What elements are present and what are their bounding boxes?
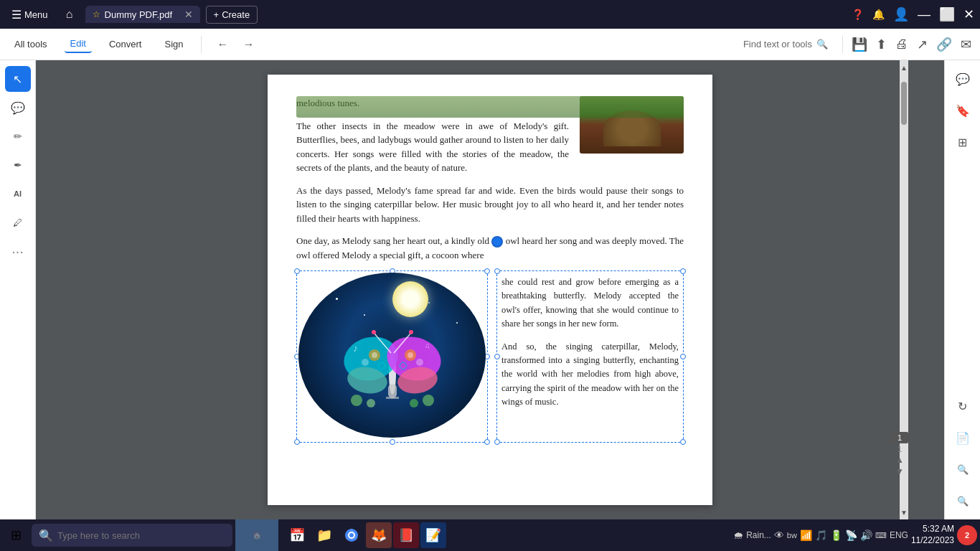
chat-panel-button[interactable]: 💬	[950, 66, 976, 92]
text-handle-bl[interactable]	[494, 439, 500, 445]
scroll-up-button[interactable]: ▲	[900, 60, 908, 75]
signature-tool[interactable]: ✒	[5, 152, 31, 178]
selection-handle-bl[interactable]	[294, 439, 300, 445]
zoom-in-button[interactable]: 🔍	[950, 456, 976, 482]
notification-badge[interactable]: 2	[957, 525, 977, 545]
close-window-button[interactable]: ✕	[963, 6, 974, 22]
bottom-panel-buttons: ↻ 📄 🔍 🔍	[950, 393, 976, 514]
avatar-icon[interactable]: 👤	[893, 6, 909, 22]
mail-icon[interactable]: ✉	[961, 37, 971, 52]
taskbar-app-browser[interactable]: 🦊	[366, 522, 392, 548]
toolbar-nav: ← →	[213, 34, 259, 55]
edit-button[interactable]: Edit	[65, 35, 92, 53]
document-info-button[interactable]: 📄	[950, 425, 976, 451]
scroll-thumb[interactable]	[901, 82, 907, 125]
text-handle-tr[interactable]	[680, 268, 686, 274]
print-icon[interactable]: 🖨	[895, 37, 908, 52]
menu-button[interactable]: ☰ Menu	[6, 5, 54, 24]
page-up-arrow[interactable]: ▲	[895, 455, 904, 465]
taskbar-thumbnail[interactable]: 🏠	[235, 519, 278, 551]
sign-button[interactable]: Sign	[159, 36, 189, 52]
minimize-button[interactable]: —	[918, 7, 930, 22]
selection-handle-tr[interactable]	[484, 268, 490, 274]
tab-close-icon[interactable]: ✕	[184, 9, 193, 20]
tree-stump-image	[580, 96, 684, 154]
hamburger-icon: ☰	[11, 8, 22, 22]
taskbar-clock[interactable]: 5:32 AM 11/22/2023	[911, 524, 954, 546]
search-box[interactable]: Find text or tools 🔍	[738, 36, 834, 52]
comment-tool[interactable]: 💬	[5, 95, 31, 121]
toolbar-divider-2	[842, 36, 843, 53]
volume-icon[interactable]: 🔊	[860, 529, 872, 541]
battery-icon[interactable]: 🔋	[830, 529, 842, 541]
taskbar-app-calendar[interactable]: 📅	[284, 522, 310, 548]
taskbar-search-icon: 🔍	[39, 529, 53, 542]
stamp-tool[interactable]: 🖊	[5, 209, 31, 235]
taskbar-app-chrome[interactable]	[339, 522, 364, 548]
text-handle-br[interactable]	[680, 439, 686, 445]
taskbar-search-input[interactable]	[57, 530, 225, 541]
grid-panel-button[interactable]: ⊞	[950, 129, 976, 155]
window-controls: ❓ 🔔 👤 — ⬜ ✕	[852, 6, 974, 22]
toolbar-icons: 💾 ⬆ 🖨 ↗ 🔗 ✉	[852, 37, 971, 52]
help-icon[interactable]: ❓	[852, 9, 864, 20]
svg-point-20	[367, 399, 375, 408]
music-icon[interactable]: 🎵	[815, 529, 827, 541]
page-number-area: 1 1 ▲ ▼	[891, 432, 908, 476]
page-number-box: 1	[891, 432, 908, 443]
keyboard-icon[interactable]: ⌨	[875, 531, 887, 540]
weather-icon: 🌧	[733, 529, 743, 541]
notification-icon[interactable]: 🔔	[872, 9, 885, 20]
start-button[interactable]: ⊞	[3, 522, 29, 548]
pdf-viewer-area[interactable]: melodious tunes. The other insects in th…	[36, 60, 944, 519]
star-icon: ☆	[93, 9, 100, 19]
share-icon[interactable]: ↗	[917, 37, 928, 52]
main-toolbar: All tools Edit Convert Sign ← → Find tex…	[0, 29, 980, 60]
svg-point-22	[410, 399, 418, 408]
refresh-button[interactable]: ↻	[950, 393, 976, 419]
svg-point-25	[349, 533, 354, 537]
more-tools-button[interactable]: ···	[5, 238, 31, 264]
eye-icon[interactable]: 👁	[774, 529, 784, 541]
forward-button[interactable]: →	[239, 34, 259, 55]
create-button[interactable]: + Create	[206, 6, 258, 24]
selection-handle-br[interactable]	[484, 439, 490, 445]
tab-dummy-pdf[interactable]: ☆ Dummy PDF.pdf ✕	[85, 6, 200, 23]
page-down-arrow[interactable]: ▼	[895, 466, 904, 476]
link-icon[interactable]: 🔗	[936, 37, 952, 52]
menu-label: Menu	[24, 9, 48, 20]
left-sidebar: ↖ 💬 ✏ ✒ AI 🖊 ···	[0, 60, 36, 519]
home-button[interactable]: ⌂	[60, 4, 80, 24]
title-bar: ☰ Menu ⌂ ☆ Dummy PDF.pdf ✕ + Create ❓ 🔔 …	[0, 0, 980, 29]
cursor-tool[interactable]: ↖	[5, 66, 31, 92]
selection-handle-tl[interactable]	[294, 268, 300, 274]
home-icon: ⌂	[66, 8, 73, 21]
create-label: Create	[222, 9, 250, 20]
taskbar-app-adobe[interactable]: 📕	[393, 522, 419, 548]
zoom-out-button[interactable]: 🔍	[950, 488, 976, 514]
bookmark-panel-button[interactable]: 🔖	[950, 98, 976, 123]
scroll-down-button[interactable]: ▼	[900, 505, 908, 519]
convert-button[interactable]: Convert	[103, 36, 148, 52]
butterfly-svg: ♪ ♫	[335, 294, 450, 409]
pen-tool[interactable]: ✏	[5, 123, 31, 149]
text-handle-tl[interactable]	[494, 268, 500, 274]
text-handle-ml[interactable]	[494, 354, 500, 359]
taskbar: ⊞ 🔍 🏠 📅 📁 🦊 📕 📝 🌧 Rain... 👁 bw 📶	[0, 519, 980, 551]
back-button[interactable]: ←	[213, 34, 233, 55]
butterfly-illustration: ♪ ♫	[298, 273, 486, 438]
save-icon[interactable]: 💾	[852, 37, 867, 52]
selection-handle-bm[interactable]	[390, 439, 395, 445]
taskbar-search-box[interactable]: 🔍	[32, 524, 232, 547]
upload-icon[interactable]: ⬆	[876, 37, 887, 52]
taskbar-app-explorer[interactable]: 📁	[311, 522, 337, 548]
bw-icon[interactable]: bw	[787, 531, 797, 540]
all-tools-button[interactable]: All tools	[9, 36, 53, 52]
text-handle-mr[interactable]	[680, 354, 686, 359]
maximize-button[interactable]: ⬜	[939, 6, 955, 22]
taskbar-app-word[interactable]: 📝	[420, 522, 446, 548]
bluetooth-icon[interactable]: 📶	[800, 529, 812, 541]
svg-point-7	[372, 352, 377, 358]
network-icon[interactable]: 📡	[845, 529, 857, 541]
ai-tool[interactable]: AI	[5, 181, 31, 207]
